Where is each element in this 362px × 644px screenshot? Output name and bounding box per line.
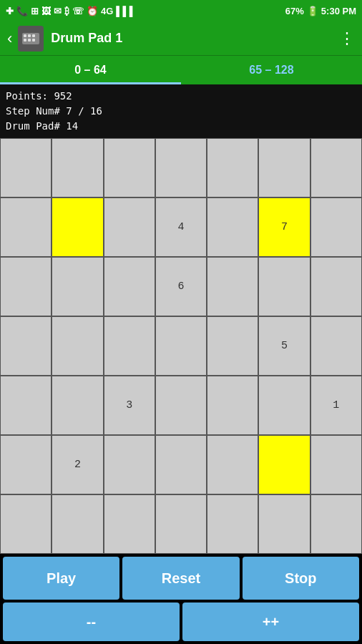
points-label: Points: 952: [6, 89, 356, 104]
call-icon: ☏: [72, 6, 84, 16]
grid-cell-3-3[interactable]: [155, 316, 207, 376]
page-title: Drum Pad 1: [51, 31, 339, 46]
grid-cell-0-5[interactable]: [258, 138, 310, 197]
grid-cell-1-3[interactable]: 4: [155, 197, 207, 257]
grid-cell-5-4[interactable]: [207, 435, 258, 494]
grid-cell-6-6[interactable]: [310, 494, 362, 554]
svg-rect-1: [24, 34, 26, 37]
grid-cell-6-3[interactable]: [155, 494, 207, 554]
battery-label: 67%: [285, 6, 304, 16]
status-right: 67% 🔋 5:30 PM: [285, 6, 356, 16]
time-label: 5:30 PM: [321, 6, 356, 16]
grid-cell-0-1[interactable]: [52, 138, 103, 197]
grid-cell-1-2[interactable]: [104, 197, 155, 257]
grid-cell-5-2[interactable]: [104, 435, 155, 494]
grid-cell-6-4[interactable]: [207, 494, 258, 554]
image-icon: 🖼: [41, 6, 51, 16]
svg-rect-4: [24, 39, 26, 42]
step-num-label: Step Num# 7 / 16: [6, 104, 356, 119]
increment-button[interactable]: ++: [182, 602, 359, 641]
grid-cell-5-1[interactable]: 2: [52, 435, 103, 494]
svg-rect-2: [28, 34, 31, 37]
grid-cell-2-3[interactable]: 6: [155, 257, 207, 316]
grid-cell-6-0[interactable]: [0, 494, 52, 554]
network-label: 4G: [101, 6, 113, 16]
alarm-icon: ⏰: [87, 6, 98, 16]
grid-cell-1-6[interactable]: [310, 197, 362, 257]
grid-cell-0-6[interactable]: [310, 138, 362, 197]
grid-cell-6-1[interactable]: [52, 494, 103, 554]
play-button[interactable]: Play: [3, 557, 119, 600]
grid-cell-1-4[interactable]: [207, 197, 258, 257]
tab-65-128[interactable]: 65 – 128: [181, 56, 362, 84]
grid-cell-1-5[interactable]: 7: [258, 197, 310, 257]
grid-cell-3-2[interactable]: [104, 316, 155, 376]
drum-pad-label: Drum Pad# 14: [6, 119, 356, 134]
status-left: ✚ 📞 ⊞ 🖼 ✉ ₿ ☏ ⏰ 4G ▌▌▌: [6, 6, 136, 16]
bluetooth-icon: ₿: [64, 6, 69, 16]
grid-cell-3-5[interactable]: 5: [258, 316, 310, 376]
grid-cell-4-5[interactable]: [258, 376, 310, 435]
grid-cell-3-4[interactable]: [207, 316, 258, 376]
grid-cell-4-2[interactable]: 3: [104, 376, 155, 435]
grid-cell-0-4[interactable]: [207, 138, 258, 197]
grid-cell-3-0[interactable]: [0, 316, 52, 376]
grid-cell-4-6[interactable]: 1: [310, 376, 362, 435]
svg-rect-6: [32, 39, 35, 42]
grid-cell-1-1[interactable]: [52, 197, 103, 257]
grid-cell-3-1[interactable]: [52, 316, 103, 376]
grid-row-0: [0, 138, 362, 197]
main-buttons: Play Reset Stop: [0, 554, 362, 602]
header: ‹ Drum Pad 1 ⋮: [0, 21, 362, 56]
grid-cell-0-0[interactable]: [0, 138, 52, 197]
drum-grid: 4765312: [0, 138, 362, 554]
grid-cell-2-0[interactable]: [0, 257, 52, 316]
grid-cell-4-1[interactable]: [52, 376, 103, 435]
back-button[interactable]: ‹: [7, 29, 12, 48]
grid-cell-3-6[interactable]: [310, 316, 362, 376]
grid-cell-2-1[interactable]: [52, 257, 103, 316]
grid-cell-2-4[interactable]: [207, 257, 258, 316]
menu-button[interactable]: ⋮: [339, 29, 355, 48]
grid-cell-6-5[interactable]: [258, 494, 310, 554]
grid-cell-5-6[interactable]: [310, 435, 362, 494]
grid-row-5: 2: [0, 435, 362, 494]
grid-cell-5-0[interactable]: [0, 435, 52, 494]
grid-cell-5-3[interactable]: [155, 435, 207, 494]
reset-button[interactable]: Reset: [122, 557, 239, 600]
info-panel: Points: 952 Step Num# 7 / 16 Drum Pad# 1…: [0, 84, 362, 138]
grid-cell-2-2[interactable]: [104, 257, 155, 316]
mail-icon: ✉: [54, 6, 62, 16]
grid-row-4: 31: [0, 376, 362, 435]
svg-rect-3: [32, 34, 35, 37]
notification-icon: ⊞: [31, 6, 39, 16]
app-icon: [18, 26, 44, 52]
phone-icon: 📞: [16, 6, 28, 16]
grid-cell-0-3[interactable]: [155, 138, 207, 197]
add-icon: ✚: [6, 6, 14, 16]
decrement-button[interactable]: --: [3, 602, 180, 641]
tab-bar: 0 – 64 65 – 128: [0, 56, 362, 84]
grid-cell-2-6[interactable]: [310, 257, 362, 316]
grid-row-6: [0, 494, 362, 554]
tab-0-64[interactable]: 0 – 64: [0, 56, 181, 84]
signal-icon: ▌▌▌: [116, 6, 136, 16]
grid-cell-0-2[interactable]: [104, 138, 155, 197]
battery-icon: 🔋: [307, 6, 318, 16]
secondary-buttons: -- ++: [0, 602, 362, 644]
grid-cell-6-2[interactable]: [104, 494, 155, 554]
grid-row-3: 5: [0, 316, 362, 376]
grid-cell-4-4[interactable]: [207, 376, 258, 435]
grid-row-2: 6: [0, 257, 362, 316]
grid-cell-2-5[interactable]: [258, 257, 310, 316]
bottom-buttons: Play Reset Stop -- ++: [0, 554, 362, 644]
grid-row-1: 47: [0, 197, 362, 257]
svg-rect-5: [28, 39, 31, 42]
grid-cell-5-5[interactable]: [258, 435, 310, 494]
status-bar: ✚ 📞 ⊞ 🖼 ✉ ₿ ☏ ⏰ 4G ▌▌▌ 67% 🔋 5:30 PM: [0, 0, 362, 21]
grid-cell-1-0[interactable]: [0, 197, 52, 257]
grid-cell-4-3[interactable]: [155, 376, 207, 435]
grid-cell-4-0[interactable]: [0, 376, 52, 435]
stop-button[interactable]: Stop: [243, 557, 359, 600]
